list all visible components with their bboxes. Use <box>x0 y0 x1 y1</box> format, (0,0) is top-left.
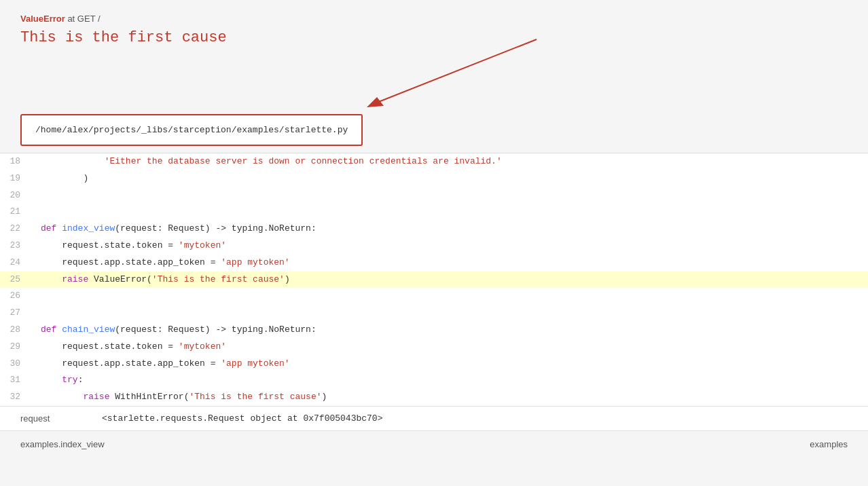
code-section: 18 'Either the database server is down o… <box>0 153 868 406</box>
line-number: 22 <box>0 221 34 238</box>
locals-section: request <starlette.requests.Request obje… <box>0 406 868 430</box>
footer-section: examples.index_view examples <box>0 430 868 457</box>
table-row: 22def index_view(request: Request) -> ty… <box>0 221 868 238</box>
line-number: 18 <box>0 153 34 170</box>
footer-package: examples <box>810 439 848 449</box>
line-code: 'Either the database server is down or c… <box>34 153 868 170</box>
table-row: 19 ) <box>0 170 868 187</box>
line-code: request.state.token = 'mytoken' <box>34 238 868 255</box>
table-row: 29 request.state.token = 'mytoken' <box>0 339 868 356</box>
line-number: 32 <box>0 389 34 406</box>
header-section: ValueError at GET / This is the first ca… <box>0 0 868 153</box>
line-code: ) <box>34 170 868 187</box>
error-type: ValueError <box>20 14 65 24</box>
table-row: 21 <box>0 204 868 221</box>
line-code <box>34 187 868 204</box>
line-code: request.app.state.app_token = 'app mytok… <box>34 255 868 272</box>
line-number: 27 <box>0 305 34 322</box>
table-row: 18 'Either the database server is down o… <box>0 153 868 170</box>
table-row: 28def chain_view(request: Request) -> ty… <box>0 322 868 339</box>
table-row: 30 request.app.state.app_token = 'app my… <box>0 356 868 373</box>
line-number: 24 <box>0 255 34 272</box>
file-path-box: /home/alex/projects/_libs/starception/ex… <box>20 114 363 146</box>
table-row: 26 <box>0 288 868 305</box>
line-number: 29 <box>0 339 34 356</box>
error-message: This is the first cause <box>20 29 848 46</box>
line-number: 31 <box>0 372 34 389</box>
line-code: request.app.state.app_token = 'app mytok… <box>34 356 868 373</box>
line-number: 20 <box>0 187 34 204</box>
line-code: try: <box>34 372 868 389</box>
code-table: 18 'Either the database server is down o… <box>0 153 868 406</box>
table-row: 32 raise WithHintError('This is the firs… <box>0 389 868 406</box>
table-row: 27 <box>0 305 868 322</box>
line-number: 21 <box>0 204 34 221</box>
error-type-line: ValueError at GET / <box>20 14 848 24</box>
line-code <box>34 305 868 322</box>
footer-module: examples.index_view <box>20 439 105 449</box>
line-code: def index_view(request: Request) -> typi… <box>34 221 868 238</box>
at-label: at GET / <box>67 14 100 24</box>
file-path: /home/alex/projects/_libs/starception/ex… <box>35 125 348 135</box>
table-row: 25 raise ValueError('This is the first c… <box>0 272 868 288</box>
svg-line-0 <box>374 39 537 104</box>
table-row: 20 <box>0 187 868 204</box>
svg-marker-1 <box>367 97 384 107</box>
line-code: def chain_view(request: Request) -> typi… <box>34 322 868 339</box>
locals-value: <starlette.requests.Request object at 0x… <box>102 413 382 424</box>
line-number: 26 <box>0 288 34 305</box>
line-code: request.state.token = 'mytoken' <box>34 339 868 356</box>
line-number: 30 <box>0 356 34 373</box>
table-row: 24 request.app.state.app_token = 'app my… <box>0 255 868 272</box>
line-code: raise ValueError('This is the first caus… <box>34 272 868 288</box>
line-code <box>34 204 868 221</box>
line-number: 23 <box>0 238 34 255</box>
line-number: 28 <box>0 322 34 339</box>
arrow-annotation <box>20 60 848 114</box>
line-number: 19 <box>0 170 34 187</box>
table-row: 23 request.state.token = 'mytoken' <box>0 238 868 255</box>
line-code: raise WithHintError('This is the first c… <box>34 389 868 406</box>
line-number: 25 <box>0 272 34 288</box>
table-row: 31 try: <box>0 372 868 389</box>
line-code <box>34 288 868 305</box>
locals-key: request <box>20 413 102 424</box>
